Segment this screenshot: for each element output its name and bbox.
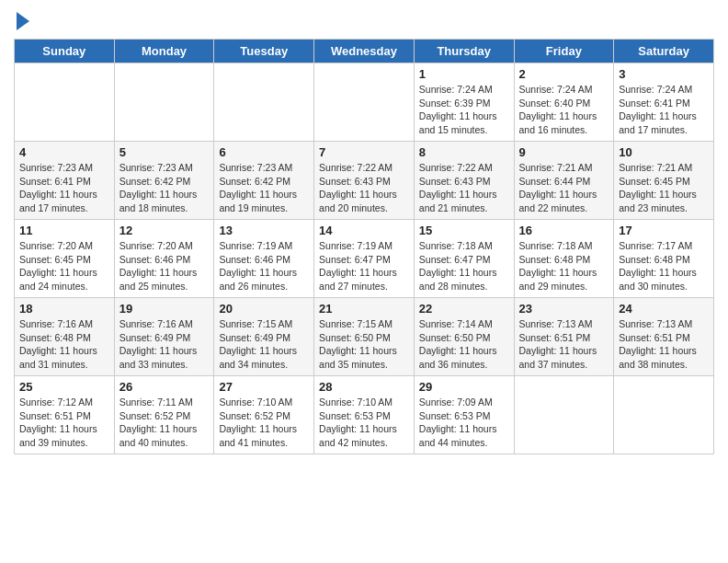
calendar-cell: 6Sunrise: 7:23 AM Sunset: 6:42 PM Daylig… bbox=[214, 142, 314, 220]
day-number: 1 bbox=[419, 67, 509, 81]
day-number: 5 bbox=[119, 145, 210, 159]
calendar-cell: 20Sunrise: 7:15 AM Sunset: 6:49 PM Dayli… bbox=[214, 298, 314, 376]
calendar-cell: 14Sunrise: 7:19 AM Sunset: 6:47 PM Dayli… bbox=[314, 220, 415, 298]
calendar-cell bbox=[614, 376, 714, 454]
day-info: Sunrise: 7:22 AM Sunset: 6:43 PM Dayligh… bbox=[419, 161, 509, 215]
calendar-cell: 26Sunrise: 7:11 AM Sunset: 6:52 PM Dayli… bbox=[114, 376, 214, 454]
day-info: Sunrise: 7:10 AM Sunset: 6:52 PM Dayligh… bbox=[219, 396, 309, 450]
day-number: 8 bbox=[419, 145, 509, 159]
calendar-cell bbox=[114, 63, 214, 142]
day-info: Sunrise: 7:24 AM Sunset: 6:39 PM Dayligh… bbox=[419, 83, 509, 137]
day-info: Sunrise: 7:18 AM Sunset: 6:47 PM Dayligh… bbox=[419, 239, 509, 293]
calendar-cell: 8Sunrise: 7:22 AM Sunset: 6:43 PM Daylig… bbox=[414, 142, 514, 220]
day-number: 21 bbox=[319, 302, 409, 316]
day-number: 20 bbox=[219, 302, 309, 316]
calendar-cell: 4Sunrise: 7:23 AM Sunset: 6:41 PM Daylig… bbox=[15, 142, 115, 220]
day-info: Sunrise: 7:21 AM Sunset: 6:44 PM Dayligh… bbox=[519, 161, 609, 215]
day-number: 14 bbox=[319, 224, 409, 237]
calendar-cell: 3Sunrise: 7:24 AM Sunset: 6:41 PM Daylig… bbox=[614, 63, 714, 142]
day-info: Sunrise: 7:23 AM Sunset: 6:42 PM Dayligh… bbox=[119, 161, 210, 215]
calendar-cell: 28Sunrise: 7:10 AM Sunset: 6:53 PM Dayli… bbox=[314, 376, 415, 454]
day-info: Sunrise: 7:12 AM Sunset: 6:51 PM Dayligh… bbox=[19, 396, 109, 450]
calendar-cell: 9Sunrise: 7:21 AM Sunset: 6:44 PM Daylig… bbox=[514, 142, 614, 220]
day-info: Sunrise: 7:16 AM Sunset: 6:48 PM Dayligh… bbox=[19, 317, 109, 372]
day-info: Sunrise: 7:19 AM Sunset: 6:47 PM Dayligh… bbox=[319, 239, 409, 293]
day-number: 17 bbox=[619, 224, 709, 237]
calendar-cell: 27Sunrise: 7:10 AM Sunset: 6:52 PM Dayli… bbox=[214, 376, 314, 454]
day-info: Sunrise: 7:24 AM Sunset: 6:40 PM Dayligh… bbox=[519, 83, 609, 137]
weekday-header-cell: Wednesday bbox=[314, 40, 415, 63]
day-info: Sunrise: 7:18 AM Sunset: 6:48 PM Dayligh… bbox=[519, 239, 609, 293]
weekday-header-cell: Tuesday bbox=[214, 40, 314, 63]
weekday-header-cell: Saturday bbox=[614, 40, 714, 63]
day-info: Sunrise: 7:20 AM Sunset: 6:46 PM Dayligh… bbox=[119, 239, 210, 293]
day-info: Sunrise: 7:22 AM Sunset: 6:43 PM Dayligh… bbox=[319, 161, 409, 215]
day-number: 7 bbox=[319, 145, 409, 159]
day-number: 9 bbox=[519, 145, 609, 159]
calendar-cell: 10Sunrise: 7:21 AM Sunset: 6:45 PM Dayli… bbox=[614, 142, 714, 220]
day-info: Sunrise: 7:19 AM Sunset: 6:46 PM Dayligh… bbox=[219, 239, 309, 293]
day-number: 6 bbox=[219, 145, 309, 159]
logo-arrow-icon bbox=[17, 12, 29, 30]
day-info: Sunrise: 7:24 AM Sunset: 6:41 PM Dayligh… bbox=[619, 83, 709, 137]
day-info: Sunrise: 7:20 AM Sunset: 6:45 PM Dayligh… bbox=[19, 239, 109, 293]
day-number: 27 bbox=[219, 380, 309, 394]
weekday-header-row: SundayMondayTuesdayWednesdayThursdayFrid… bbox=[15, 40, 714, 63]
calendar-week-row: 25Sunrise: 7:12 AM Sunset: 6:51 PM Dayli… bbox=[15, 376, 714, 454]
day-info: Sunrise: 7:15 AM Sunset: 6:50 PM Dayligh… bbox=[319, 317, 409, 372]
day-number: 26 bbox=[119, 380, 210, 394]
calendar-table: SundayMondayTuesdayWednesdayThursdayFrid… bbox=[14, 39, 714, 454]
day-info: Sunrise: 7:14 AM Sunset: 6:50 PM Dayligh… bbox=[419, 317, 509, 372]
calendar-cell: 19Sunrise: 7:16 AM Sunset: 6:49 PM Dayli… bbox=[114, 298, 214, 376]
day-number: 19 bbox=[119, 302, 210, 316]
calendar-cell: 22Sunrise: 7:14 AM Sunset: 6:50 PM Dayli… bbox=[414, 298, 514, 376]
calendar-cell: 5Sunrise: 7:23 AM Sunset: 6:42 PM Daylig… bbox=[114, 142, 214, 220]
calendar-cell bbox=[214, 63, 314, 142]
day-info: Sunrise: 7:15 AM Sunset: 6:49 PM Dayligh… bbox=[219, 317, 309, 372]
calendar-cell: 29Sunrise: 7:09 AM Sunset: 6:53 PM Dayli… bbox=[414, 376, 514, 454]
day-number: 29 bbox=[419, 380, 509, 394]
day-info: Sunrise: 7:23 AM Sunset: 6:41 PM Dayligh… bbox=[19, 161, 109, 215]
calendar-week-row: 11Sunrise: 7:20 AM Sunset: 6:45 PM Dayli… bbox=[15, 220, 714, 298]
day-number: 25 bbox=[19, 380, 109, 394]
day-number: 22 bbox=[419, 302, 509, 316]
day-number: 24 bbox=[619, 302, 709, 316]
day-number: 15 bbox=[419, 224, 509, 237]
day-number: 11 bbox=[19, 224, 109, 237]
day-info: Sunrise: 7:13 AM Sunset: 6:51 PM Dayligh… bbox=[519, 317, 609, 372]
calendar-cell: 15Sunrise: 7:18 AM Sunset: 6:47 PM Dayli… bbox=[414, 220, 514, 298]
day-number: 3 bbox=[619, 67, 709, 81]
calendar-cell: 1Sunrise: 7:24 AM Sunset: 6:39 PM Daylig… bbox=[414, 63, 514, 142]
day-info: Sunrise: 7:16 AM Sunset: 6:49 PM Dayligh… bbox=[119, 317, 210, 372]
day-info: Sunrise: 7:10 AM Sunset: 6:53 PM Dayligh… bbox=[319, 396, 409, 450]
day-number: 12 bbox=[119, 224, 210, 237]
calendar-cell: 16Sunrise: 7:18 AM Sunset: 6:48 PM Dayli… bbox=[514, 220, 614, 298]
day-number: 2 bbox=[519, 67, 609, 81]
page-header bbox=[14, 9, 714, 33]
day-number: 28 bbox=[319, 380, 409, 394]
calendar-body: 1Sunrise: 7:24 AM Sunset: 6:39 PM Daylig… bbox=[15, 63, 714, 454]
day-number: 10 bbox=[619, 145, 709, 159]
calendar-cell: 13Sunrise: 7:19 AM Sunset: 6:46 PM Dayli… bbox=[214, 220, 314, 298]
calendar-week-row: 1Sunrise: 7:24 AM Sunset: 6:39 PM Daylig… bbox=[15, 63, 714, 142]
day-info: Sunrise: 7:17 AM Sunset: 6:48 PM Dayligh… bbox=[619, 239, 709, 293]
calendar-cell: 12Sunrise: 7:20 AM Sunset: 6:46 PM Dayli… bbox=[114, 220, 214, 298]
day-info: Sunrise: 7:23 AM Sunset: 6:42 PM Dayligh… bbox=[219, 161, 309, 215]
calendar-cell: 18Sunrise: 7:16 AM Sunset: 6:48 PM Dayli… bbox=[15, 298, 115, 376]
calendar-cell: 7Sunrise: 7:22 AM Sunset: 6:43 PM Daylig… bbox=[314, 142, 415, 220]
calendar-cell bbox=[15, 63, 115, 142]
calendar-cell: 17Sunrise: 7:17 AM Sunset: 6:48 PM Dayli… bbox=[614, 220, 714, 298]
day-number: 23 bbox=[519, 302, 609, 316]
weekday-header-cell: Friday bbox=[514, 40, 614, 63]
day-info: Sunrise: 7:21 AM Sunset: 6:45 PM Dayligh… bbox=[619, 161, 709, 215]
calendar-cell: 24Sunrise: 7:13 AM Sunset: 6:51 PM Dayli… bbox=[614, 298, 714, 376]
calendar-cell bbox=[514, 376, 614, 454]
day-number: 16 bbox=[519, 224, 609, 237]
calendar-cell: 23Sunrise: 7:13 AM Sunset: 6:51 PM Dayli… bbox=[514, 298, 614, 376]
day-number: 13 bbox=[219, 224, 309, 237]
day-number: 18 bbox=[19, 302, 109, 316]
weekday-header-cell: Monday bbox=[114, 40, 214, 63]
calendar-cell: 25Sunrise: 7:12 AM Sunset: 6:51 PM Dayli… bbox=[15, 376, 115, 454]
day-info: Sunrise: 7:13 AM Sunset: 6:51 PM Dayligh… bbox=[619, 317, 709, 372]
day-number: 4 bbox=[19, 145, 109, 159]
